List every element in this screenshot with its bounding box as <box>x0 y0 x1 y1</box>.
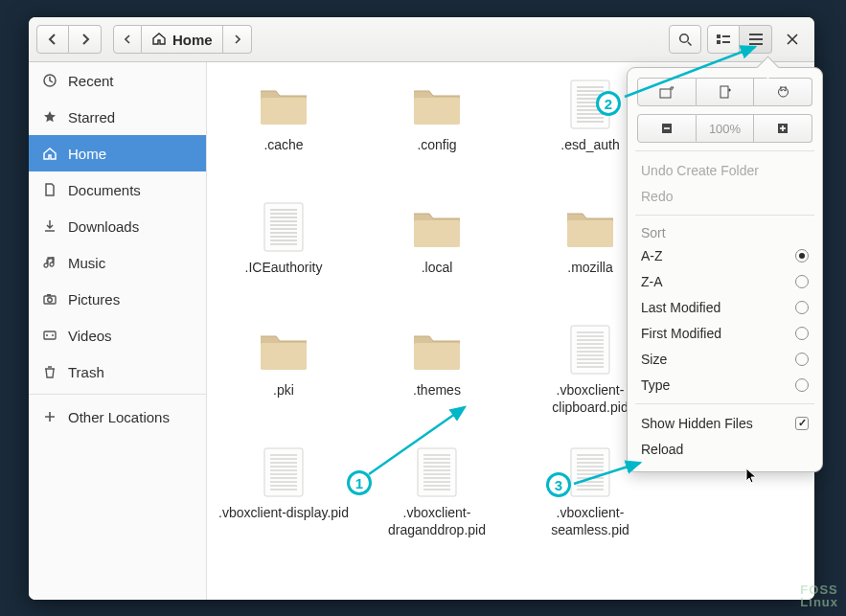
sort-option[interactable]: A-Z <box>637 242 812 268</box>
file-item[interactable]: .vboxclient-draganddrop.pid <box>360 442 514 564</box>
svg-rect-15 <box>261 98 307 125</box>
file-label: .cache <box>258 137 309 154</box>
star-icon <box>42 109 57 125</box>
radio-icon <box>795 301 809 314</box>
svg-rect-42 <box>414 343 460 370</box>
sidebar-item-starred[interactable]: Starred <box>29 99 206 135</box>
svg-rect-1 <box>717 34 720 38</box>
sidebar-item-label: Music <box>68 255 105 271</box>
svg-rect-39 <box>414 220 460 247</box>
sidebar: RecentStarredHomeDocumentsDownloadsMusic… <box>29 62 207 600</box>
annotation-3: 3 <box>546 472 571 497</box>
checkbox-icon <box>795 417 809 430</box>
folder-icon <box>255 78 312 131</box>
reload-menu-item[interactable]: Reload <box>637 436 812 462</box>
svg-rect-5 <box>749 34 763 35</box>
file-item[interactable]: .cache <box>207 74 360 196</box>
file-label: .pki <box>267 382 300 399</box>
zoom-out-button[interactable] <box>637 114 697 143</box>
svg-point-0 <box>679 34 688 42</box>
camera-icon <box>42 291 57 307</box>
svg-rect-41 <box>261 343 307 370</box>
sidebar-item-documents[interactable]: Documents <box>29 171 206 208</box>
hamburger-menu-button[interactable] <box>740 25 772 54</box>
sort-heading: Sort <box>637 221 812 242</box>
close-button[interactable] <box>778 25 807 54</box>
sidebar-item-label: Home <box>68 146 106 162</box>
svg-point-14 <box>52 334 54 336</box>
sort-option[interactable]: Z-A <box>637 268 812 294</box>
text-icon <box>408 445 466 499</box>
search-button[interactable] <box>669 25 701 54</box>
svg-rect-12 <box>44 331 56 339</box>
file-label: .mozilla <box>561 260 618 277</box>
view-toggle-button[interactable] <box>707 25 740 54</box>
radio-icon <box>795 378 809 392</box>
file-label: .vboxclient-display.pid <box>213 505 354 522</box>
file-label: .local <box>416 260 459 277</box>
back-button[interactable] <box>36 25 69 54</box>
sidebar-item-music[interactable]: Music <box>29 244 206 281</box>
text-icon <box>561 323 619 376</box>
file-item[interactable]: .pki <box>207 319 360 442</box>
sidebar-item-home[interactable]: Home <box>29 135 206 171</box>
folder-icon <box>561 200 619 254</box>
radio-icon <box>795 327 809 340</box>
svg-rect-94 <box>782 125 784 131</box>
video-icon <box>42 328 57 343</box>
file-label: .config <box>411 137 462 154</box>
sidebar-item-pictures[interactable]: Pictures <box>29 281 206 317</box>
sidebar-item-label: Other Locations <box>68 409 170 425</box>
file-item[interactable]: .vboxclient-display.pid <box>207 442 360 564</box>
sidebar-item-label: Pictures <box>68 291 120 308</box>
path-next-button[interactable] <box>223 25 252 54</box>
svg-rect-6 <box>749 38 763 40</box>
plus-icon <box>42 409 57 424</box>
sidebar-item-label: Trash <box>68 364 104 380</box>
zoom-level: 100% <box>697 114 755 143</box>
file-label: .themes <box>407 382 467 399</box>
redo-menu-item[interactable]: Redo <box>637 183 812 209</box>
folder-icon <box>408 323 466 376</box>
sidebar-item-label: Starred <box>68 109 115 125</box>
pathbar: Home <box>113 25 663 54</box>
home-icon <box>151 31 167 49</box>
bookmark-button[interactable] <box>754 78 812 106</box>
new-tab-button[interactable] <box>637 78 697 106</box>
sidebar-item-trash[interactable]: Trash <box>29 354 206 390</box>
file-item[interactable]: .local <box>360 196 514 319</box>
path-prev-button[interactable] <box>113 25 142 54</box>
new-folder-button[interactable] <box>697 78 755 106</box>
show-hidden-toggle[interactable]: Show Hidden Files <box>637 410 812 436</box>
sidebar-item-videos[interactable]: Videos <box>29 317 206 354</box>
file-item[interactable]: .ICEauthority <box>207 196 360 319</box>
file-label: .vboxclient-draganddrop.pid <box>360 505 514 538</box>
forward-button[interactable] <box>69 25 102 54</box>
svg-point-89 <box>778 87 788 97</box>
zoom-in-button[interactable] <box>754 114 812 143</box>
undo-menu-item[interactable]: Undo Create Folder <box>637 157 812 183</box>
document-icon <box>42 182 57 197</box>
sidebar-item-label: Documents <box>68 182 141 198</box>
sort-option[interactable]: First Modified <box>637 320 812 346</box>
sort-option[interactable]: Size <box>637 346 812 372</box>
sort-option[interactable]: Last Modified <box>637 294 812 320</box>
sidebar-other-locations[interactable]: Other Locations <box>29 399 206 435</box>
home-icon <box>42 146 57 161</box>
sidebar-item-label: Downloads <box>68 218 139 235</box>
folder-icon <box>408 78 466 131</box>
file-item[interactable]: .themes <box>360 319 514 442</box>
svg-point-10 <box>48 298 53 303</box>
svg-rect-88 <box>720 86 728 98</box>
breadcrumb-home[interactable]: Home <box>142 25 223 54</box>
file-item[interactable]: .config <box>360 74 514 196</box>
radio-icon <box>795 275 809 288</box>
music-icon <box>42 255 57 270</box>
sidebar-item-recent[interactable]: Recent <box>29 62 206 99</box>
text-icon <box>255 445 312 499</box>
mouse-cursor <box>745 468 759 489</box>
folder-icon <box>255 323 312 376</box>
sidebar-item-downloads[interactable]: Downloads <box>29 208 206 244</box>
nav-group <box>36 25 102 54</box>
sort-option[interactable]: Type <box>637 372 812 398</box>
